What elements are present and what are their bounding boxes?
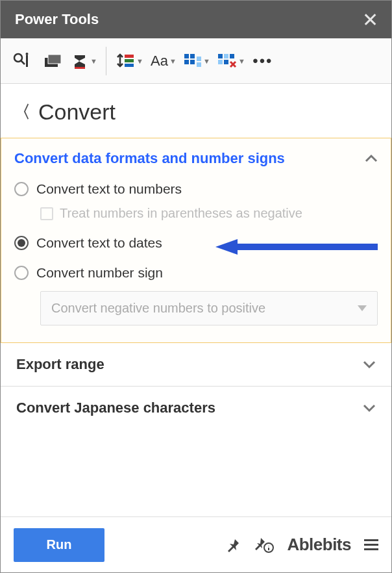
svg-rect-22 bbox=[224, 60, 228, 64]
chevron-down-icon bbox=[363, 403, 376, 413]
close-icon[interactable]: ✕ bbox=[362, 8, 378, 31]
svg-rect-33 bbox=[364, 548, 378, 550]
option-text-to-numbers[interactable]: Convert text to numbers bbox=[14, 181, 378, 197]
chevron-up-icon bbox=[365, 154, 378, 163]
radio-icon[interactable] bbox=[14, 182, 29, 196]
menu-icon[interactable] bbox=[364, 539, 378, 551]
svg-marker-26 bbox=[215, 239, 238, 255]
chevron-down-icon: ▼ bbox=[238, 57, 245, 65]
checkbox-icon bbox=[40, 207, 53, 220]
svg-rect-7 bbox=[75, 67, 85, 69]
section-title-label: Export range bbox=[16, 356, 104, 373]
svg-rect-10 bbox=[125, 59, 134, 62]
section-title: Convert data formats and number signs bbox=[14, 150, 285, 167]
option-text-to-dates[interactable]: Convert text to dates bbox=[14, 235, 378, 251]
section-export-range[interactable]: Export range bbox=[1, 343, 391, 386]
chevron-down-icon: ▼ bbox=[90, 57, 97, 65]
sort-color-icon[interactable]: ▼ bbox=[113, 47, 145, 75]
svg-rect-14 bbox=[184, 60, 189, 64]
svg-rect-21 bbox=[218, 60, 223, 64]
pin-icon[interactable] bbox=[226, 537, 241, 553]
svg-rect-16 bbox=[197, 57, 201, 61]
power-tools-panel: Power Tools ✕ ▼ bbox=[0, 0, 392, 573]
toolbar-separator bbox=[106, 47, 106, 75]
svg-rect-12 bbox=[184, 54, 189, 58]
svg-point-3 bbox=[26, 53, 29, 55]
sheets-icon[interactable] bbox=[38, 47, 67, 75]
grid-split-icon[interactable]: ▼ bbox=[181, 47, 212, 75]
toolbar: ▼ ▼ Aa ▼ bbox=[1, 38, 391, 84]
smart-toolbar-icon[interactable] bbox=[7, 47, 36, 75]
brand-label: Ablebits bbox=[287, 535, 351, 555]
more-icon[interactable]: ••• bbox=[250, 47, 276, 75]
svg-rect-5 bbox=[48, 55, 61, 64]
section-convert-formats: Convert data formats and number signs Co… bbox=[1, 138, 391, 343]
chevron-down-icon bbox=[363, 360, 376, 369]
option-treat-paren-negative: Treat numbers in parentheses as negative bbox=[40, 206, 378, 221]
svg-rect-32 bbox=[364, 544, 378, 546]
svg-rect-9 bbox=[125, 55, 134, 58]
radio-label: Convert number sign bbox=[36, 265, 163, 281]
app-title: Power Tools bbox=[15, 11, 99, 28]
page-title: Convert bbox=[38, 99, 116, 125]
back-icon[interactable]: 〈 bbox=[14, 101, 31, 123]
svg-rect-13 bbox=[190, 54, 195, 58]
svg-rect-15 bbox=[190, 60, 195, 64]
radio-label: Convert text to dates bbox=[36, 235, 162, 251]
svg-marker-27 bbox=[358, 305, 367, 311]
radio-icon[interactable] bbox=[14, 266, 29, 280]
svg-rect-11 bbox=[125, 64, 134, 67]
radio-label: Convert text to numbers bbox=[36, 181, 182, 197]
svg-rect-20 bbox=[230, 54, 234, 58]
section-header-convert-formats[interactable]: Convert data formats and number signs bbox=[14, 150, 378, 167]
section-japanese-chars[interactable]: Convert Japanese characters bbox=[1, 386, 391, 429]
annotation-arrow-icon bbox=[215, 238, 378, 256]
svg-rect-19 bbox=[224, 54, 228, 58]
footer: Run Ablebits bbox=[1, 516, 391, 572]
svg-rect-18 bbox=[218, 54, 223, 58]
section-title-label: Convert Japanese characters bbox=[16, 400, 215, 416]
clear-grid-icon[interactable]: ▼ bbox=[215, 47, 247, 75]
svg-rect-31 bbox=[364, 539, 378, 541]
chevron-down-icon bbox=[358, 305, 367, 312]
chevron-down-icon: ▼ bbox=[203, 57, 210, 65]
svg-rect-2 bbox=[26, 55, 28, 67]
chevron-down-icon: ▼ bbox=[169, 57, 176, 65]
select-value: Convert negative numbers to positive bbox=[51, 301, 265, 316]
pin-info-icon[interactable] bbox=[254, 537, 274, 554]
svg-line-1 bbox=[21, 60, 25, 64]
svg-rect-17 bbox=[197, 62, 201, 67]
checkbox-label: Treat numbers in parentheses as negative bbox=[60, 206, 302, 221]
chevron-down-icon: ▼ bbox=[136, 57, 143, 65]
sigma-icon[interactable]: ▼ bbox=[69, 47, 99, 75]
number-sign-select: Convert negative numbers to positive bbox=[40, 291, 378, 325]
titlebar: Power Tools ✕ bbox=[1, 1, 391, 38]
page-header: 〈 Convert bbox=[1, 84, 391, 138]
run-button[interactable]: Run bbox=[14, 528, 104, 562]
option-number-sign[interactable]: Convert number sign bbox=[14, 265, 378, 281]
radio-icon[interactable] bbox=[14, 236, 29, 250]
text-case-icon[interactable]: Aa ▼ bbox=[148, 47, 178, 75]
